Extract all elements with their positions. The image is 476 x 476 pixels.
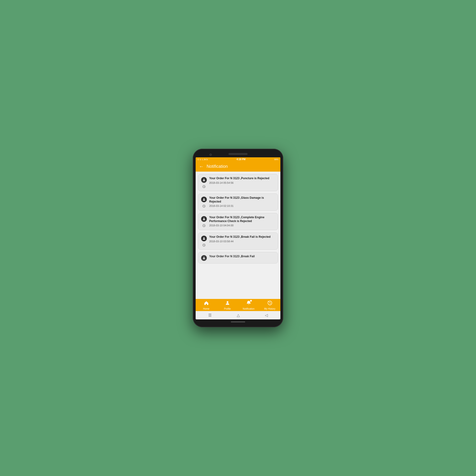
user-icon-1 (201, 177, 207, 183)
android-home-btn[interactable]: △ (237, 313, 240, 318)
phone-speaker (228, 153, 248, 155)
clock-icon-3 (202, 224, 206, 227)
nav-item-profile[interactable]: Profile (217, 300, 238, 310)
status-bar: E​ ​​G​ 1.3K/s 4:18 PM 99% (196, 157, 280, 161)
nav-label-myhistory: My History (264, 307, 275, 310)
notification-card-5[interactable]: Your Order For N 3123 ,Break Fail (198, 252, 278, 263)
phone-device: E​ ​​G​ 1.3K/s 4:18 PM 99% ← Notificatio… (193, 149, 283, 327)
notif-time-2: 2018-03-14 02:10:31 (209, 204, 234, 207)
notif-title-3: Your Order For N 3123 ,Complete Engine P… (209, 216, 275, 223)
notif-time-3: 2018-03-10 04:04:00 (209, 224, 234, 227)
user-icon-4 (201, 236, 207, 241)
notif-title-2: Your Order For N 3123 ,Glass Damage is R… (209, 196, 275, 204)
notif-time-4: 2018-03-10 03:58:44 (209, 240, 234, 243)
notification-list: Your Order For N 3123 ,Puncture is Rejec… (196, 171, 280, 299)
phone-camera (209, 153, 212, 156)
clock-icon-4 (202, 243, 206, 247)
notif-title-5: Your Order For N 3123 ,Break Fail (209, 255, 275, 258)
home-icon (204, 300, 209, 307)
svg-point-2 (204, 198, 205, 200)
user-icon-2 (201, 197, 207, 202)
status-time: 4:18 PM (237, 158, 246, 161)
bottom-nav: Home Profile (196, 299, 280, 311)
notification-icon (246, 300, 251, 307)
notification-card-1[interactable]: Your Order For N 3123 ,Puncture is Rejec… (198, 174, 278, 191)
android-back-btn[interactable]: ◁ (265, 313, 268, 318)
notification-card-4[interactable]: Your Order For N 3123 ,Break Fail is Rej… (198, 233, 278, 250)
nav-label-profile: Profile (224, 307, 231, 310)
status-left: E​ ​​G​ 1.3K/s (198, 158, 208, 161)
phone-home-button (231, 321, 245, 323)
svg-point-0 (204, 179, 205, 180)
app-header: ← Notification (196, 161, 280, 171)
profile-icon (225, 300, 230, 307)
nav-label-notification: Notification (243, 307, 255, 310)
nav-item-notification[interactable]: Notification (238, 300, 259, 310)
notification-dot (250, 300, 252, 302)
notification-card-2[interactable]: Your Order For N 3123 ,Glass Damage is R… (198, 193, 278, 211)
clock-icon-2 (202, 204, 206, 208)
nav-label-home: Home (203, 307, 209, 310)
svg-point-8 (204, 257, 205, 258)
user-icon-3 (201, 216, 207, 222)
svg-point-6 (204, 237, 205, 238)
android-nav-bar: ☰ △ ◁ (196, 311, 280, 319)
notif-title-1: Your Order For N 3123 ,Puncture is Rejec… (209, 177, 275, 180)
history-icon (267, 300, 272, 307)
notif-title-4: Your Order For N 3123 ,Break Fail is Rej… (209, 235, 275, 239)
svg-point-4 (204, 218, 205, 219)
page-title: Notification (206, 164, 228, 169)
nav-item-myhistory[interactable]: My History (259, 300, 280, 310)
notification-card-3[interactable]: Your Order For N 3123 ,Complete Engine P… (198, 213, 278, 230)
battery-text: 99% (274, 158, 278, 161)
status-right: 99% (274, 158, 278, 161)
android-menu-btn[interactable]: ☰ (208, 313, 212, 318)
user-icon-5 (201, 255, 207, 261)
back-button[interactable]: ← (199, 164, 204, 169)
signal-text: E​ ​​G​ 1.3K/s (198, 158, 208, 161)
clock-icon-1 (202, 185, 206, 188)
phone-screen: E​ ​​G​ 1.3K/s 4:18 PM 99% ← Notificatio… (196, 157, 280, 319)
nav-item-home[interactable]: Home (196, 300, 217, 310)
notif-time-1: 2018-03-14 05:54:56 (209, 181, 234, 184)
svg-point-9 (227, 301, 228, 303)
